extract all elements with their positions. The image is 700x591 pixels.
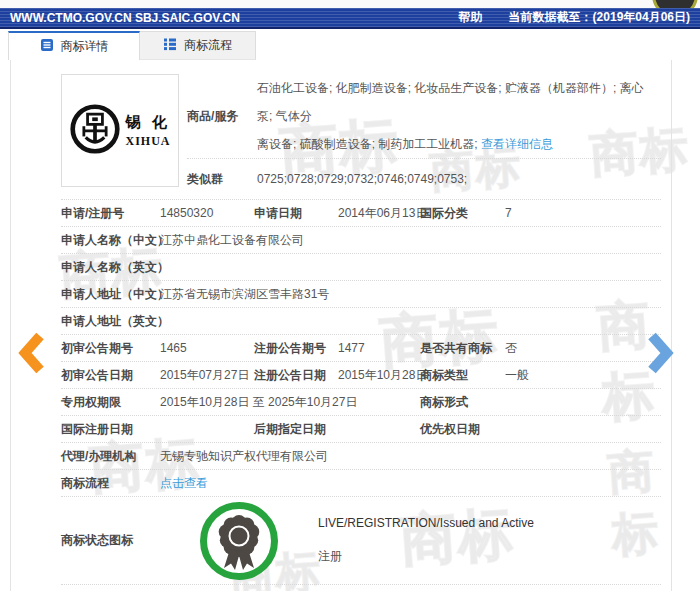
chevron-left-icon [16,330,46,376]
top-strip [0,0,700,8]
status-text: LIVE/REGISTRATION/Issued and Active 注册 [318,516,534,565]
table-row: 申请人地址（中文） 江苏省无锡市滨湖区雪丰路31号 [61,281,661,308]
trademark-status-row: 商标状态图标 [61,497,661,585]
intl-class-label: 国际分类 [420,205,505,222]
applicant-cn-value: 江苏中鼎化工设备有限公司 [160,232,661,249]
tab-trademark-flow[interactable]: 商标流程 [140,31,256,60]
site-header-bar: WWW.CTMO.GOV.CN SBJ.SAIC.GOV.CN 帮助 当前数据截… [0,8,700,29]
reg-gazette-no-label: 注册公告期号 [254,340,338,357]
goods-column: 商品/服务 石油化工设备; 化肥制造设备; 化妆品生产设备; 贮液器（机器部件）… [187,74,661,199]
intl-reg-date-label: 国际注册日期 [61,421,160,438]
goods-line1: 石油化工设备; 化肥制造设备; 化妆品生产设备; 贮液器（机器部件）; 离心泵;… [257,81,644,123]
table-row: 专用权期限 2015年10月28日 至 2025年10月27日 商标形式 [61,389,661,416]
address-cn-value: 江苏省无锡市滨湖区雪丰路31号 [160,286,661,303]
tab-bar: 商标详情 商标流程 [8,31,256,60]
site-domains-text: WWW.CTMO.GOV.CN SBJ.SAIC.GOV.CN [10,11,240,25]
trademark-name-cn: 锡 化 [125,113,171,132]
table-row: 代理/办理机构 无锡专驰知识产权代理有限公司 [61,443,661,470]
status-icon-label: 商标状态图标 [61,532,160,549]
apply-date-value: 2014年06月13日 [338,205,420,222]
trademark-name-en: XIHUA [125,134,170,149]
data-cutoff-text: 当前数据截至：(2019年04月06日) [509,9,690,26]
reg-gazette-date-label: 注册公告日期 [254,367,338,384]
status-badge [160,501,318,581]
goods-services-label: 商品/服务 [187,108,257,125]
goods-services-row: 商品/服务 石油化工设备; 化肥制造设备; 化妆品生产设备; 贮液器（机器部件）… [187,74,661,159]
reg-gazette-no-value: 1477 [338,341,420,355]
similar-group-label: 类似群 [187,171,257,188]
previous-record-arrow[interactable] [16,330,46,376]
chevron-right-icon [646,330,676,376]
table-row: 商标流程 点击查看 [61,470,661,497]
trademark-summary-block: 锡 化 XIHUA 商品/服务 石油化工设备; 化肥制造设备; 化妆品生产设备;… [61,74,661,199]
registered-rosette-icon [199,501,279,581]
applicant-en-label: 申请人名称（英文） [61,259,160,276]
view-goods-detail-link[interactable]: 查看详细信息 [481,137,553,151]
goods-line2: 离设备; 硫酸制造设备; 制药加工工业机器; [257,137,478,151]
tab-label: 商标详情 [61,38,109,55]
table-row: 申请人名称（中文） 江苏中鼎化工设备有限公司 [61,227,661,254]
applicant-cn-label: 申请人名称（中文） [61,232,160,249]
priority-date-label: 优先权日期 [420,421,505,438]
table-row: 申请人名称（英文） [61,254,661,281]
first-gazette-no-value: 1465 [160,341,254,355]
intl-class-value: 7 [505,206,661,220]
tab-trademark-detail[interactable]: 商标详情 [8,31,140,60]
tm-type-value: 一般 [505,367,661,384]
bullet-list-icon [163,37,177,54]
reg-no-label: 申请/注册号 [61,205,160,222]
reg-no-value: 14850320 [160,206,254,220]
similar-group-row: 类似群 0725;0728;0729;0732;0746;0749;0753; [187,159,661,199]
tm-type-label: 商标类型 [420,367,505,384]
tm-form-label: 商标形式 [420,394,505,411]
goods-services-value: 石油化工设备; 化肥制造设备; 化妆品生产设备; 贮液器（机器部件）; 离心泵;… [257,74,661,158]
apply-date-label: 申请日期 [254,205,338,222]
table-row: 申请/注册号 14850320 申请日期 2014年06月13日 国际分类 7 [61,200,661,227]
first-gazette-no-label: 初审公告期号 [61,340,160,357]
similar-group-value: 0725;0728;0729;0732;0746;0749;0753; [257,172,467,186]
first-gazette-date-value: 2015年07月27日 [160,367,254,384]
first-gazette-date-label: 初审公告日期 [61,367,160,384]
exclusive-period-label: 专用权期限 [61,394,160,411]
table-row: 国际注册日期 后期指定日期 优先权日期 [61,416,661,443]
tm-flow-view-link[interactable]: 点击查看 [160,475,661,492]
shared-tm-label: 是否共有商标 [420,340,505,357]
trademark-detail-panel: 锡 化 XIHUA 商品/服务 石油化工设备; 化肥制造设备; 化妆品生产设备;… [10,60,672,591]
status-line-english: LIVE/REGISTRATION/Issued and Active [318,516,534,530]
status-line-chinese: 注册 [318,548,534,565]
table-row: 申请人地址（英文） [61,308,661,335]
tab-label: 商标流程 [184,37,232,54]
table-row: 初审公告期号 1465 注册公告期号 1477 是否共有商标 否 [61,335,661,362]
exclusive-period-value: 2015年10月28日 至 2025年10月27日 [160,394,420,411]
trademark-detail-page: 商标 商标 商标 商标 商标 商标 商标 商标 商标 商标 WWW.CTMO.G… [0,0,700,591]
reg-gazette-date-value: 2015年10月28日 [338,367,420,384]
agency-value: 无锡专驰知识产权代理有限公司 [160,448,661,465]
xihua-emblem-icon [69,103,121,158]
agency-label: 代理/办理机构 [61,448,160,465]
trademark-image: 锡 化 XIHUA [61,74,179,187]
document-list-icon [40,38,54,55]
shared-tm-value: 否 [505,340,661,357]
address-cn-label: 申请人地址（中文） [61,286,160,303]
tm-flow-label: 商标流程 [61,475,160,492]
table-row: 初审公告日期 2015年07月27日 注册公告日期 2015年10月28日 商标… [61,362,661,389]
address-en-label: 申请人地址（英文） [61,313,160,330]
help-link[interactable]: 帮助 [459,9,483,26]
next-record-arrow[interactable] [646,330,676,376]
later-designation-date-label: 后期指定日期 [254,421,338,438]
